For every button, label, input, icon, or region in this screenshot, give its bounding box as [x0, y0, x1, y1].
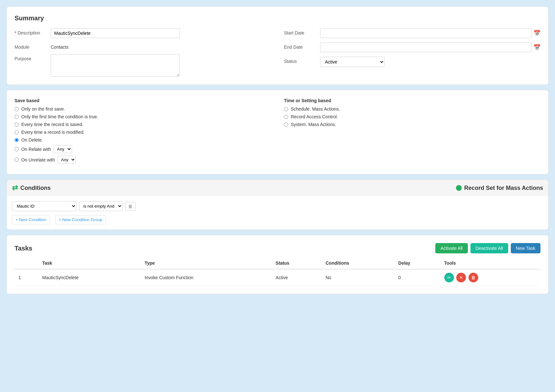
summary-card: Summary Description Module Contacts Purp…: [6, 6, 549, 85]
tasks-table: Task Type Status Conditions Delay Tools …: [15, 257, 540, 286]
end-date-label: End Date: [284, 43, 316, 50]
trigger-card: Save based Only on the first save. Only …: [6, 90, 549, 174]
radio-on-delete: On Delete.: [15, 137, 271, 142]
conditions-left-title: ⇄ Conditions: [12, 184, 51, 192]
radio-mass-actions: System. Mass Actions.: [284, 122, 540, 127]
col-delay: Delay: [394, 257, 440, 269]
radio-on-unrelate: On Unrelate with Any: [15, 156, 271, 164]
radio-access-control: Record Access Control.: [284, 114, 540, 119]
radio-on-relate: On Relate with Any: [15, 145, 271, 153]
time-based-title: Time or Setting based: [284, 98, 540, 103]
row-conditions: No: [322, 269, 394, 286]
radio-on-unrelate-input[interactable]: [15, 158, 19, 162]
col-index: [15, 257, 38, 269]
condition-delete-button[interactable]: 🗑: [125, 202, 136, 211]
radio-every-save: Every time the record is saved.: [15, 122, 271, 127]
tasks-title: Tasks: [15, 245, 32, 252]
row-task: MauticSyncDelete: [38, 269, 141, 286]
start-date-label: Start Date: [284, 28, 316, 35]
radio-access-control-input[interactable]: [284, 115, 288, 119]
status-label: Status: [284, 57, 316, 64]
row-status: Active: [272, 269, 322, 286]
on-relate-select[interactable]: Any: [54, 145, 72, 153]
on-unrelate-select[interactable]: Any: [57, 156, 76, 164]
purpose-label: Purpose: [15, 54, 47, 61]
tasks-table-header-row: Task Type Status Conditions Delay Tools: [15, 257, 540, 269]
radio-schedule-label[interactable]: Schedule. Mass Actions.: [291, 106, 340, 112]
conditions-body: Mautic ID is not empty And 🗑 + New Condi…: [6, 196, 549, 230]
radio-access-control-label[interactable]: Record Access Control.: [291, 114, 338, 119]
radio-on-unrelate-label[interactable]: On Unrelate with: [21, 157, 55, 162]
row-delay: 0: [394, 269, 440, 286]
description-input[interactable]: [51, 28, 180, 38]
delete-task-button[interactable]: 🗑: [469, 273, 478, 282]
row-type: Invoke Custom Function: [141, 269, 272, 286]
row-index: 1: [15, 269, 38, 286]
start-date-calendar-icon[interactable]: 📅: [533, 30, 540, 37]
radio-on-delete-input[interactable]: [15, 138, 19, 142]
radio-every-save-label[interactable]: Every time the record is saved.: [21, 122, 83, 127]
radio-on-relate-input[interactable]: [15, 147, 19, 151]
save-based-title: Save based: [15, 98, 271, 103]
summary-title: Summary: [15, 15, 540, 22]
description-label: Description: [15, 28, 47, 35]
condition-field-select[interactable]: Mautic ID: [12, 201, 76, 211]
tasks-header: Tasks Activate All Deactivate All New Ta…: [15, 243, 540, 253]
deactivate-task-button[interactable]: ✕: [456, 273, 466, 282]
module-label: Module: [15, 43, 47, 50]
radio-every-modified-label[interactable]: Every time a record is modified.: [21, 130, 85, 135]
conditions-right-title: Record Set for Mass Actions: [456, 185, 543, 191]
status-select[interactable]: Active Inactive: [320, 57, 385, 67]
new-task-button[interactable]: New Task: [511, 243, 540, 253]
new-condition-group-button[interactable]: + New Condition Group: [55, 215, 106, 224]
row-tools: ✏ ✕ 🗑: [440, 269, 540, 286]
radio-first-condition: Only the first time the condition is tru…: [15, 114, 271, 119]
conditions-arrow-icon: ⇄: [12, 184, 18, 192]
add-buttons-row: + New Condition + New Condition Group: [12, 215, 543, 224]
radio-every-save-input[interactable]: [15, 122, 19, 127]
deactivate-all-button[interactable]: Deactivate All: [470, 243, 508, 253]
edit-task-button[interactable]: ✏: [444, 273, 454, 282]
col-type: Type: [141, 257, 272, 269]
end-date-input[interactable]: [320, 43, 531, 52]
start-date-input[interactable]: [320, 28, 531, 38]
col-task: Task: [38, 257, 141, 269]
new-condition-button[interactable]: + New Condition: [12, 215, 50, 224]
radio-on-relate-label[interactable]: On Relate with: [21, 147, 51, 152]
radio-schedule: Schedule. Mass Actions.: [284, 106, 540, 112]
radio-first-condition-label[interactable]: Only the first time the condition is tru…: [21, 114, 98, 119]
end-date-calendar-icon[interactable]: 📅: [533, 44, 540, 51]
radio-every-modified-input[interactable]: [15, 130, 19, 134]
col-status: Status: [272, 257, 322, 269]
purpose-input[interactable]: [51, 54, 180, 77]
record-set-title: Record Set for Mass Actions: [464, 185, 543, 191]
condition-operator-select[interactable]: is not empty And: [79, 201, 123, 211]
radio-schedule-input[interactable]: [284, 107, 288, 111]
conditions-title: Conditions: [20, 185, 51, 191]
radio-every-modified: Every time a record is modified.: [15, 130, 271, 135]
radio-on-delete-label[interactable]: On Delete.: [21, 137, 43, 142]
table-row: 1 MauticSyncDelete Invoke Custom Functio…: [15, 269, 540, 286]
module-value: Contacts: [51, 43, 68, 50]
activate-all-button[interactable]: Activate All: [435, 243, 468, 253]
col-tools: Tools: [440, 257, 540, 269]
radio-mass-actions-label[interactable]: System. Mass Actions.: [291, 122, 336, 127]
radio-first-condition-input[interactable]: [15, 115, 19, 119]
col-conditions: Conditions: [322, 257, 394, 269]
radio-first-save-input[interactable]: [15, 107, 19, 111]
radio-mass-actions-input[interactable]: [284, 122, 288, 127]
radio-first-save: Only on the first save.: [15, 106, 271, 112]
tasks-actions: Activate All Deactivate All New Task: [435, 243, 540, 253]
conditions-header: ⇄ Conditions Record Set for Mass Actions: [6, 180, 549, 196]
tasks-card: Tasks Activate All Deactivate All New Ta…: [6, 235, 549, 294]
conditions-section: ⇄ Conditions Record Set for Mass Actions…: [6, 180, 549, 230]
record-set-dot: [456, 185, 462, 191]
radio-first-save-label[interactable]: Only on the first save.: [21, 106, 65, 112]
condition-row-1: Mautic ID is not empty And 🗑: [12, 201, 543, 211]
